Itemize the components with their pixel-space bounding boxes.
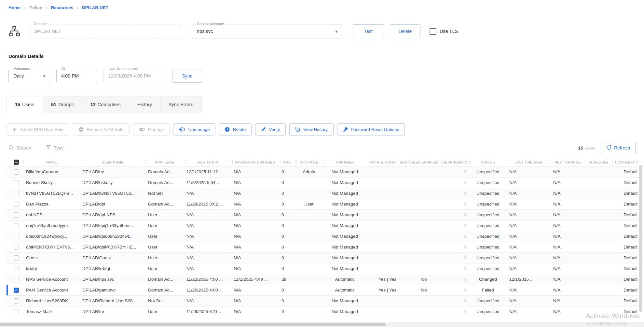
table-row[interactable]: Bonnie SkellyDPILAB\bskellyDomain Ad...1… <box>7 177 640 188</box>
table-row[interactable]: dpi-NPSDPILAB\dpi-NPSUserN/AN/A0Not Mana… <box>7 209 640 220</box>
row-checkbox[interactable] <box>14 202 19 207</box>
horizontal-scrollbar-thumb[interactable] <box>0 323 386 326</box>
table-row[interactable]: Richard UserS288DK...DPILAB\Richard User… <box>7 295 640 306</box>
row-checkbox[interactable] <box>14 266 19 271</box>
row-checkbox[interactable] <box>14 245 19 250</box>
cell-name: Bonnie Skelly <box>23 177 80 188</box>
rotate-button[interactable]: Rotate <box>219 123 252 135</box>
sync-button[interactable]: Sync <box>172 69 202 83</box>
table-row[interactable]: GuestDPILAB\GuestUserN/AN/A0Not Managed0… <box>7 252 640 263</box>
tab-history[interactable]: History <box>129 96 160 113</box>
row-checkbox[interactable] <box>14 309 19 314</box>
row-checkbox[interactable] <box>14 191 19 196</box>
use-tls-checkbox[interactable] <box>430 28 436 35</box>
domain-form-row: Domain* DPILAB.NET Service Account* nps.… <box>8 23 644 39</box>
cell-keep-enabled <box>408 188 440 199</box>
vertical-scrollbar[interactable] <box>638 160 643 322</box>
view-history-button[interactable]: View History <box>289 123 334 135</box>
column-header-user-name[interactable]: USER NAME <box>80 158 145 166</box>
cell-schedule <box>585 177 612 188</box>
cell-complexity: Default <box>612 295 640 306</box>
row-checkbox[interactable] <box>14 223 19 228</box>
cell-status: Unspecified <box>469 263 507 274</box>
breadcrumb-item-dpilab-net[interactable]: DPILAB.NET <box>82 5 108 10</box>
column-header-nps-role[interactable]: NPS ROLE <box>295 158 323 166</box>
tab-computers[interactable]: 12Computers <box>82 96 129 113</box>
column-header-privilege[interactable]: PRIVILEGE <box>145 158 184 166</box>
cell-nps-role <box>295 263 323 274</box>
button-label: Verify <box>269 127 280 132</box>
column-header-name[interactable]: NAME <box>23 158 80 166</box>
column-header-dependents[interactable]: DEPENDENTS <box>440 158 469 166</box>
table-body: Billy VanCannonDPILAB\bvDomain Ad...12/1… <box>7 166 640 317</box>
table-row[interactable]: bvN3TV85GT52LQFS...DPILAB\bvN3TV85GT52..… <box>7 188 640 199</box>
cell-keep-enabled <box>408 306 440 317</box>
table-row[interactable]: krbtgtDPILAB\krbtgtUserN/AN/A0Not Manage… <box>7 263 640 274</box>
tab-groups[interactable]: 51Groups <box>43 96 82 113</box>
password-reset-options-button[interactable]: Password Reset Options <box>337 123 405 135</box>
select-all-checkbox[interactable] <box>14 160 19 165</box>
breadcrumb-item-home[interactable]: Home <box>8 5 21 10</box>
tab-sync-errors[interactable]: Sync Errors <box>160 96 202 113</box>
table-row[interactable]: dpiP0BKRBYHIEVT96...DPILAB\dpiP0BKRBYHIE… <box>7 242 640 252</box>
row-checkbox[interactable] <box>14 298 19 304</box>
cell-schedule <box>585 306 612 317</box>
tab-users[interactable]: 15Users <box>7 96 43 113</box>
column-header-status[interactable]: STATUS <box>469 158 507 166</box>
search-input[interactable]: Search <box>8 145 31 151</box>
cell-status: Failed <box>469 285 507 295</box>
verify-button[interactable]: Verify <box>255 123 286 135</box>
breadcrumb-item-resources[interactable]: Resources <box>51 5 73 10</box>
column-header-password-changed[interactable]: PASSWORD CHANGED <box>231 158 279 166</box>
column-header-complexity[interactable]: COMPLEXITY <box>612 158 640 166</box>
column-header-keep-enabled[interactable]: KEEP ENABLED <box>408 158 440 166</box>
unmanage-button[interactable]: Unmanage <box>173 123 215 135</box>
row-checkbox[interactable]: ✓ <box>14 288 19 293</box>
at-time-field[interactable]: At 4:00 PM <box>56 69 97 83</box>
breadcrumb-item-policy[interactable]: Policy <box>29 5 42 10</box>
table-row[interactable]: dpio0dh1824wtvxdj...DPILAB\dpio0dh1824wt… <box>7 231 640 242</box>
horizontal-scrollbar[interactable] <box>0 322 644 327</box>
cell-managed: Not Managed <box>323 306 367 317</box>
table-row[interactable]: Billy VanCannonDPILAB\bvDomain Ad...12/1… <box>7 166 640 177</box>
cell-next-change: N/A <box>551 242 585 252</box>
refresh-button[interactable]: Refresh <box>601 142 636 154</box>
vertical-scrollbar-thumb[interactable] <box>639 165 642 312</box>
column-header-last-checked[interactable]: LAST CHECKED <box>507 158 551 166</box>
type-filter[interactable]: Type <box>46 145 63 151</box>
row-checkbox[interactable] <box>14 234 19 239</box>
column-header-age[interactable]: AGE <box>279 158 295 166</box>
results-number: 15 <box>578 146 583 150</box>
plus-icon <box>12 127 17 132</box>
table-row[interactable]: Tomasz MalikDPILAB\tmUser11/26/2025 6:11… <box>7 306 640 317</box>
page: Home›Policy›Resources›DPILAB.NET Domain*… <box>0 0 644 327</box>
cell-rotate-start-end <box>367 177 408 188</box>
column-header-next-change[interactable]: NEXT CHANGE <box>551 158 585 166</box>
row-checkbox[interactable] <box>14 169 19 175</box>
delete-button[interactable]: Delete <box>390 24 420 38</box>
cell-dependents: 0 <box>440 188 469 199</box>
frequency-select[interactable]: Frequency Daily ▾ <box>8 69 50 83</box>
cell-status: Unspecified <box>469 177 507 188</box>
row-checkbox[interactable] <box>14 255 19 261</box>
table-row[interactable]: ✓PAM Service AccountDPILAB\pam.svcDomain… <box>7 285 640 295</box>
cell-last-login: 11/26/2025 4:00 ... <box>184 285 231 295</box>
domain-details-title: Domain Details <box>8 53 644 59</box>
search-placeholder: Search <box>17 145 31 150</box>
column-header-managed[interactable]: MANAGED <box>323 158 367 166</box>
column-header-last-login[interactable]: LAST LOGIN <box>184 158 231 166</box>
table-row[interactable]: Dan PiazzaDPILAB\dpiDomain Ad...11/28/20… <box>7 199 640 209</box>
cell-dependents: 0 <box>440 209 469 220</box>
cell-next-change: N/A <box>551 199 585 209</box>
row-checkbox[interactable] <box>14 212 19 218</box>
test-button[interactable]: Test <box>353 24 384 38</box>
column-header-rotate-start-end[interactable]: ROTATE START | END <box>367 158 408 166</box>
table-row[interactable]: NPS Service AccountDPILAB\nps.svcDomain … <box>7 274 640 285</box>
service-account-select[interactable]: Service Account* nps.svc ▾ <box>192 24 342 38</box>
row-checkbox[interactable] <box>14 277 19 282</box>
row-checkbox[interactable] <box>14 180 19 185</box>
cell-schedule <box>585 252 612 263</box>
column-header-schedule[interactable]: SCHEDULE <box>585 158 612 166</box>
cell-status: Changed <box>469 274 507 285</box>
table-row[interactable]: dpij1rr63yafbmcdyyukDPILAB\dpij1rr63yafb… <box>7 220 640 231</box>
